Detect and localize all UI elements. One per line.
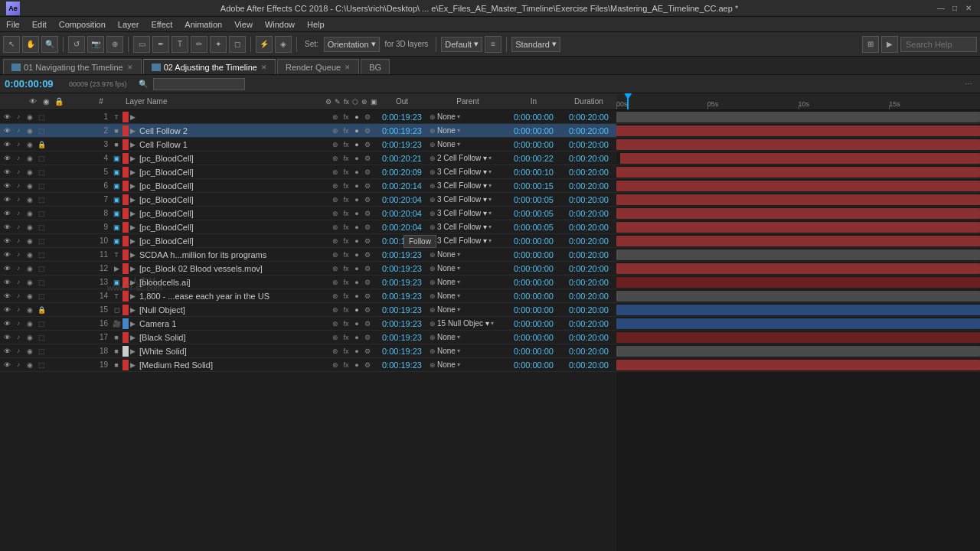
viewer-button[interactable]: ⊞ (862, 36, 879, 53)
audio-toggle-5[interactable]: ♪ (13, 167, 24, 178)
parent-value-6[interactable]: 3 Cell Follow ▾ (437, 181, 487, 190)
solo-toggle-16[interactable]: ◉ (24, 318, 35, 329)
lock-toggle-1[interactable]: ⬚ (36, 112, 47, 122)
menu-item-view[interactable]: View (233, 20, 254, 29)
visibility-toggle-1[interactable]: 👁 (2, 112, 12, 122)
layer-expand-5[interactable]: ▶ (130, 168, 139, 176)
layer-row-2[interactable]: 👁 ♪ ◉ ⬚ 2 ■ ▶ Cell Follow 2 ⊛ fx ● ⚙ 0:0… (0, 124, 616, 138)
lock-toggle-2[interactable]: ⬚ (36, 126, 47, 136)
layer-row-3[interactable]: 👁 ♪ ◉ 🔒 3 ■ ▶ Cell Follow 1 ⊛ fx ● ⚙ 0:0… (0, 138, 616, 152)
parent-dropdown-17[interactable]: ▾ (457, 334, 460, 341)
shy-btn-17[interactable]: ⚙ (363, 333, 372, 342)
visibility-toggle-16[interactable]: 👁 (2, 318, 12, 329)
parent-dropdown-3[interactable]: ▾ (457, 141, 460, 148)
parent-value-14[interactable]: None (437, 292, 456, 300)
lock-toggle-9[interactable]: ⬚ (36, 222, 47, 233)
standard-dropdown[interactable]: Standard▾ (511, 37, 560, 52)
layer-name-3[interactable]: Cell Follow 1 (139, 140, 328, 149)
motion-blur-19[interactable]: ⊛ (331, 360, 340, 370)
motion-blur-12[interactable]: ⊛ (331, 264, 340, 273)
parent-value-15[interactable]: None (437, 305, 456, 314)
layer-name-19[interactable]: [Medium Red Solid] (139, 360, 328, 370)
layer-expand-13[interactable]: ▶ (130, 279, 139, 286)
shy-btn-13[interactable]: ⚙ (363, 278, 372, 287)
track-bar-9[interactable] (616, 222, 980, 233)
layer-row-11[interactable]: 👁 ♪ ◉ ⬚ 11 T ▶ SCDAA h...million for its… (0, 248, 616, 262)
minimize-button[interactable]: — (936, 3, 946, 14)
layer-out-2[interactable]: 0:00:19:23 (374, 126, 430, 135)
layer-row-15[interactable]: 👁 ♪ ◉ 🔒 15 ◻ ▶ [Null Object] ⊛ fx ● ⚙ 0:… (0, 303, 616, 317)
menu-item-window[interactable]: Window (263, 20, 296, 29)
layer-name-4[interactable]: [pc_BloodCell] (139, 154, 328, 163)
layer-expand-19[interactable]: ▶ (130, 361, 139, 369)
layer-out-9[interactable]: 0:00:20:04 (374, 223, 430, 232)
solo-toggle-6[interactable]: ◉ (24, 181, 35, 191)
layer-in-5[interactable]: 0:00:00:10 (506, 168, 561, 177)
track-bar-12[interactable] (616, 263, 980, 274)
motion-blur-9[interactable]: ⊛ (331, 223, 340, 232)
parent-dropdown-14[interactable]: ▾ (457, 292, 460, 299)
tl-search-input[interactable] (153, 78, 245, 90)
parent-dropdown-11[interactable]: ▾ (457, 251, 460, 258)
layer-row-10[interactable]: 👁 ♪ ◉ ⬚ 10 ▣ ▶ [pc_BloodCell] ⊛ fx ● ⚙ 0… (0, 234, 616, 248)
visibility-toggle-19[interactable]: 👁 (2, 360, 12, 370)
visibility-toggle-3[interactable]: 👁 (2, 139, 12, 150)
tab-02-close[interactable]: ✕ (261, 64, 267, 71)
tl-options-button[interactable]: ⋯ (962, 77, 975, 91)
shy-btn-8[interactable]: ⚙ (363, 209, 372, 218)
track-bar-3[interactable] (616, 139, 980, 150)
layer-out-4[interactable]: 0:00:20:21 (374, 154, 430, 163)
menu-item-animation[interactable]: Animation (183, 20, 224, 29)
tl-search-button[interactable]: 🔍 (136, 77, 150, 91)
layer-in-7[interactable]: 0:00:00:05 (506, 195, 561, 204)
layer-in-11[interactable]: 0:00:00:00 (506, 250, 561, 259)
hand-tool-button[interactable]: ✋ (22, 36, 39, 53)
motion-blur-11[interactable]: ⊛ (331, 250, 340, 259)
layer-in-13[interactable]: 0:00:00:00 (506, 278, 561, 287)
fx-btn-14[interactable]: fx (341, 292, 351, 301)
track-bar-7[interactable] (616, 194, 980, 205)
visibility-toggle-5[interactable]: 👁 (2, 167, 12, 178)
layer-expand-10[interactable]: ▶ (130, 237, 139, 245)
layer-expand-15[interactable]: ▶ (130, 306, 139, 314)
shy-btn-19[interactable]: ⚙ (363, 360, 372, 370)
layer-in-10[interactable]: 0:00:00:00 (506, 236, 561, 246)
solo-toggle-4[interactable]: ◉ (24, 153, 35, 164)
solo-toggle-11[interactable]: ◉ (24, 249, 35, 260)
lock-toggle-19[interactable]: ⬚ (36, 360, 47, 370)
layer-in-6[interactable]: 0:00:00:15 (506, 181, 561, 191)
layer-row-7[interactable]: 👁 ♪ ◉ ⬚ 7 ▣ ▶ [pc_BloodCell] ⊛ fx ● ⚙ 0:… (0, 193, 616, 207)
motion-blur-5[interactable]: ⊛ (331, 168, 340, 177)
layer-out-11[interactable]: 0:00:19:23 (374, 250, 430, 259)
solo-btn-3[interactable]: ● (352, 140, 361, 149)
layer-out-15[interactable]: 0:00:19:23 (374, 305, 430, 315)
lock-toggle-18[interactable]: ⬚ (36, 346, 47, 357)
solo-btn-6[interactable]: ● (352, 181, 361, 191)
layer-row-5[interactable]: 👁 ♪ ◉ ⬚ 5 ▣ ▶ [pc_BloodCell] ⊛ fx ● ⚙ 0:… (0, 165, 616, 179)
layer-expand-4[interactable]: ▶ (130, 155, 139, 162)
layer-row-16[interactable]: 👁 ♪ ◉ ⬚ 16 🎥 ▶ Camera 1 ⊛ fx ● ⚙ 0:00:19… (0, 317, 616, 331)
solo-btn-17[interactable]: ● (352, 333, 361, 342)
fx-btn-11[interactable]: fx (341, 250, 351, 259)
solo-btn-7[interactable]: ● (352, 195, 361, 204)
layer-out-5[interactable]: 0:00:20:09 (374, 168, 430, 177)
solo-toggle-13[interactable]: ◉ (24, 277, 35, 288)
motion-blur-15[interactable]: ⊛ (331, 305, 340, 315)
lock-toggle-15[interactable]: 🔒 (36, 305, 47, 315)
layer-name-2[interactable]: Cell Follow 2 (139, 126, 328, 135)
layer-expand-6[interactable]: ▶ (130, 182, 139, 190)
visibility-toggle-8[interactable]: 👁 (2, 208, 12, 219)
visibility-toggle-6[interactable]: 👁 (2, 181, 12, 191)
layer-in-3[interactable]: 0:00:00:00 (506, 140, 561, 149)
workspace-menu-button[interactable]: ≡ (485, 36, 501, 53)
parent-value-19[interactable]: None (437, 360, 456, 369)
motion-blur-17[interactable]: ⊛ (331, 333, 340, 342)
layer-in-12[interactable]: 0:00:00:00 (506, 264, 561, 273)
stamp-tool-button[interactable]: ✦ (210, 36, 227, 53)
selection-tool-button[interactable]: ↖ (3, 36, 20, 53)
track-bar-19[interactable] (616, 360, 980, 370)
parent-dropdown-18[interactable]: ▾ (457, 347, 460, 354)
audio-toggle-12[interactable]: ♪ (13, 263, 24, 274)
solo-toggle-2[interactable]: ◉ (24, 126, 35, 136)
parent-dropdown-1[interactable]: ▾ (457, 113, 460, 120)
